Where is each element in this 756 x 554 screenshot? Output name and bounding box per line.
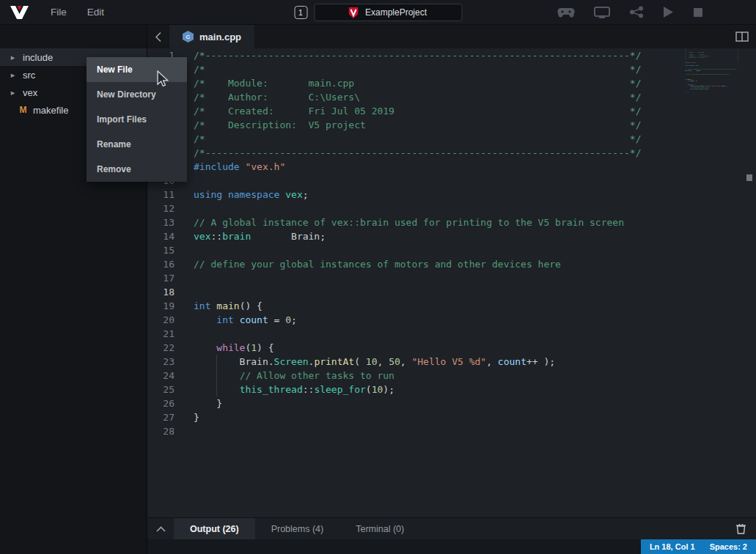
code-line: /* Module: main.cpp */ <box>194 76 756 90</box>
overview-ruler-marker <box>746 174 752 181</box>
line-number: 12 <box>147 202 175 215</box>
code-line <box>194 243 756 257</box>
line-number: 27 <box>147 410 175 424</box>
panel-tab-output[interactable]: Output (26) <box>174 518 255 539</box>
bottom-panel-bar: Output (26)Problems (4)Terminal (0) <box>147 517 756 539</box>
code-line <box>194 271 756 285</box>
minimap[interactable]: /*--------------------------------------… <box>685 48 741 517</box>
code-line: while(1) { <box>194 341 756 355</box>
panel-tabs: Output (26)Problems (4)Terminal (0) <box>174 518 420 539</box>
code-editor[interactable]: 1234567891011121314151617181920212223242… <box>147 48 756 517</box>
stop-icon[interactable] <box>693 7 703 18</box>
titlebar-center: 1 ExampleProject <box>294 0 462 25</box>
line-number: 14 <box>147 229 175 243</box>
code-line <box>194 327 756 341</box>
vex-shield-icon <box>349 7 359 18</box>
code-line <box>194 202 756 215</box>
cursor-position-status[interactable]: Ln 18, Col 1 <box>650 542 695 551</box>
line-number: 11 <box>147 188 175 202</box>
code-line: #include "vex.h" <box>194 160 756 174</box>
device-connection-icon[interactable] <box>629 6 644 18</box>
context-menu-item-new-directory[interactable]: New Directory <box>87 82 187 107</box>
code-line <box>194 174 756 188</box>
code-line: /* */ <box>194 62 756 76</box>
code-line: Brain.Screen.printAt( 10, 50, "Hello V5 … <box>194 355 756 369</box>
brain-screen-icon[interactable] <box>594 7 610 18</box>
code-line: /*--------------------------------------… <box>194 146 756 160</box>
code-line: /* Description: V5 project */ <box>194 118 756 132</box>
line-number: 21 <box>147 327 175 341</box>
status-bar: Ln 18, Col 1 Spaces: 2 <box>147 539 756 554</box>
split-editor-icon[interactable] <box>735 25 756 48</box>
folder-collapsed-arrow-icon: ▸ <box>9 88 17 97</box>
editor-tab-bar: C main.cpp <box>147 25 756 48</box>
panel-tab-problems[interactable]: Problems (4) <box>255 518 340 539</box>
tab-label: main.cpp <box>199 32 241 43</box>
tab-main-cpp[interactable]: C main.cpp <box>169 25 254 48</box>
panel-expand-chevron-icon[interactable] <box>147 518 174 539</box>
context-menu-item-rename[interactable]: Rename <box>87 132 187 157</box>
controller-icon[interactable] <box>557 7 575 18</box>
file-label: include <box>23 52 53 63</box>
slot-badge[interactable]: 1 <box>294 6 307 19</box>
indent-guide <box>216 355 217 396</box>
code-line <box>194 285 756 299</box>
line-number: 26 <box>147 396 175 410</box>
context-menu-item-remove[interactable]: Remove <box>87 157 187 182</box>
back-chevron-icon[interactable] <box>147 25 169 48</box>
code-line: vex::brain Brain; <box>194 229 756 243</box>
clear-output-trash-icon[interactable] <box>736 518 756 539</box>
line-number: 20 <box>147 313 175 327</box>
slot-number: 1 <box>298 8 303 17</box>
context-menu-item-new-file[interactable]: New File <box>87 57 187 82</box>
cpp-file-icon: C <box>183 31 194 43</box>
indentation-status[interactable]: Spaces: 2 <box>710 542 747 551</box>
line-number: 28 <box>147 424 175 438</box>
menu-bar: FileEdit <box>40 7 114 18</box>
minimap-content: /*--------------------------------------… <box>685 48 741 95</box>
code-line: // Allow other tasks to run <box>194 369 756 383</box>
vex-logo-icon <box>10 6 29 19</box>
code-line: // define your global instances of motor… <box>194 257 756 271</box>
file-label: src <box>23 70 35 81</box>
line-number: 19 <box>147 299 175 313</box>
project-selector[interactable]: ExampleProject <box>314 4 462 21</box>
line-number: 18 <box>147 285 175 299</box>
code-line: /* Author: C:\Users\ */ <box>194 90 756 104</box>
project-name: ExampleProject <box>365 7 427 18</box>
status-right-segment: Ln 18, Col 1 Spaces: 2 <box>641 539 756 554</box>
line-number: 13 <box>147 215 175 229</box>
menu-edit[interactable]: Edit <box>77 7 114 18</box>
code-line: /* */ <box>194 132 756 146</box>
file-label: vex <box>23 87 37 98</box>
code-line: } <box>194 410 756 424</box>
code-line: int main() { <box>194 299 756 313</box>
run-icon[interactable] <box>663 6 674 18</box>
code-lines: /*--------------------------------------… <box>194 48 756 517</box>
toolbar-actions <box>557 6 703 18</box>
menu-file[interactable]: File <box>40 7 77 18</box>
folder-collapsed-arrow-icon: ▸ <box>9 70 17 80</box>
line-number: 22 <box>147 341 175 355</box>
app-window: FileEdit 1 ExampleProject <box>0 0 756 554</box>
code-line: using namespace vex; <box>194 188 756 202</box>
line-number: 16 <box>147 257 175 271</box>
context-menu: New FileNew DirectoryImport FilesRenameR… <box>87 57 187 182</box>
line-number: 15 <box>147 243 175 257</box>
title-bar: FileEdit 1 ExampleProject <box>0 0 756 25</box>
panel-tab-terminal[interactable]: Terminal (0) <box>340 518 420 539</box>
line-number: 17 <box>147 271 175 285</box>
code-line <box>194 424 756 438</box>
line-number: 25 <box>147 383 175 396</box>
editor-column: C main.cpp 12345678910111213141516171819… <box>147 25 756 554</box>
code-line: } <box>194 396 756 410</box>
code-line: int count = 0; <box>194 313 756 327</box>
code-line: // A global instance of vex::brain used … <box>194 215 756 229</box>
line-number: 23 <box>147 355 175 369</box>
folder-collapsed-arrow-icon: ▸ <box>9 53 17 62</box>
context-menu-item-import-files[interactable]: Import Files <box>87 107 187 132</box>
code-line: /*--------------------------------------… <box>194 48 756 62</box>
file-label: makefile <box>33 105 68 116</box>
code-line: /* Created: Fri Jul 05 2019 */ <box>194 104 756 118</box>
line-number: 24 <box>147 369 175 383</box>
